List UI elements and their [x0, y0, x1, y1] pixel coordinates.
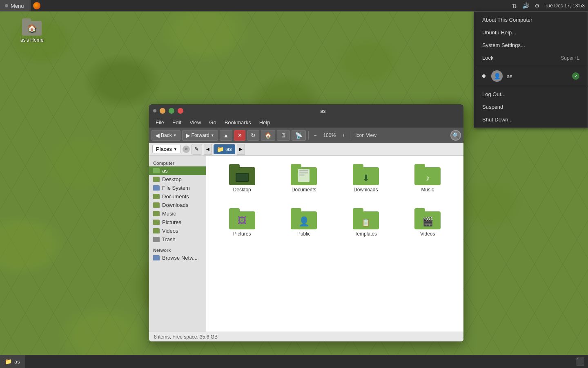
menu-edit[interactable]: Edit [169, 119, 185, 126]
sidebar-folder-icon-videos [153, 228, 160, 233]
menu-bookmarks[interactable]: Bookmarks [221, 119, 254, 126]
home-button[interactable]: 🏠 [261, 130, 275, 141]
menu-indicator [5, 4, 8, 7]
zoom-out-button[interactable]: − [311, 131, 319, 139]
taskbar-files-button[interactable]: 📁 as [0, 355, 25, 368]
computer-icon: 🖥 [281, 132, 286, 139]
fm-sidebar: Computer as Desktop File System Document… [149, 156, 206, 332]
menu-help[interactable]: Help [256, 119, 274, 126]
menu-item-ubuntu-help[interactable]: Ubuntu Help... [474, 26, 588, 39]
file-item-public[interactable]: 👤 Public [275, 206, 334, 247]
file-item-pictures[interactable]: 🖼 Pictures [213, 206, 272, 247]
folder-icon-public: 👤 [291, 208, 317, 229]
datetime[interactable]: Tue Dec 17, 13:53 [545, 3, 585, 9]
screen-icon[interactable]: ⬛ [576, 357, 585, 366]
sidebar-item-videos[interactable]: Videos [149, 227, 206, 235]
places-dropdown[interactable]: Places ▼ [152, 145, 181, 153]
sidebar-item-label-as: as [162, 168, 168, 174]
zoom-level: 100% [321, 132, 338, 138]
window-minimize-button[interactable] [160, 108, 165, 114]
breadcrumb-edit-button[interactable]: ✎ [192, 144, 202, 155]
stop-button[interactable]: ✕ [234, 130, 245, 141]
taskbar-label: as [14, 359, 20, 365]
zoom-in-button[interactable]: + [340, 131, 347, 139]
places-chevron: ▼ [174, 147, 177, 151]
menu-item-lock[interactable]: Lock Super+L [474, 52, 588, 64]
breadcrumb-close-button[interactable]: ✕ [183, 146, 190, 153]
volume-icon[interactable]: 🔊 [522, 2, 530, 10]
breadcrumb-next-button[interactable]: ▶ [237, 144, 245, 155]
sidebar-folder-icon-downloads [153, 202, 160, 208]
username-label: as [507, 73, 512, 79]
sidebar-item-label-videos: Videos [162, 228, 178, 234]
desktop-icon-label: as's Home [20, 37, 43, 43]
breadcrumb-prev-button[interactable]: ◀ [204, 144, 212, 155]
menu-item-about[interactable]: About This Computer [474, 13, 588, 26]
taskbar-right: ⬛ [576, 357, 588, 366]
sidebar-item-documents[interactable]: Documents [149, 192, 206, 201]
sidebar-item-browse-network[interactable]: Browse Netw... [149, 254, 206, 262]
taskbar: 📁 as ⬛ [0, 355, 588, 368]
menu-view[interactable]: View [186, 119, 204, 126]
menu-item-shutdown[interactable]: Shut Down... [474, 113, 588, 126]
back-chevron: ▼ [173, 133, 177, 137]
file-manager-window: as File Edit View Go Bookmarks Help ◀ Ba… [149, 104, 463, 341]
menu-go[interactable]: Go [206, 119, 219, 126]
sidebar-item-label-trash: Trash [162, 236, 176, 242]
sidebar-item-as[interactable]: as [149, 166, 206, 175]
sidebar-item-pictures[interactable]: Pictures [149, 218, 206, 227]
search-button[interactable]: 🔍 [450, 130, 461, 141]
file-item-templates[interactable]: 📋 Templates [336, 206, 395, 247]
back-label: Back [161, 132, 172, 138]
file-item-documents[interactable]: Documents [275, 162, 334, 203]
fm-statusbar: 8 items, Free space: 35.6 GB [149, 332, 463, 341]
menu-item-logout[interactable]: Log Out... [474, 88, 588, 101]
forward-chevron: ▼ [211, 133, 214, 137]
forward-button[interactable]: ▶ Forward ▼ [182, 130, 218, 141]
file-label-desktop: Desktop [233, 187, 251, 193]
search-icon: 🔍 [450, 130, 461, 141]
menu-item-suspend[interactable]: Suspend [474, 101, 588, 113]
up-icon: ▲ [223, 132, 229, 139]
sidebar-item-label-filesystem: File System [162, 185, 190, 191]
up-button[interactable]: ▲ [220, 130, 233, 141]
firefox-icon [33, 2, 40, 9]
file-item-downloads[interactable]: ⬇ Downloads [336, 162, 395, 203]
firefox-btn[interactable] [31, 2, 43, 9]
sidebar-item-downloads[interactable]: Downloads [149, 201, 206, 209]
desktop: Menu ⇅ 🔊 ⚙ Tue Dec 17, 13:53 About This … [0, 0, 588, 368]
window-close-button[interactable] [178, 108, 183, 114]
sidebar-item-filesystem[interactable]: File System [149, 184, 206, 192]
window-title: as [320, 108, 326, 114]
file-item-videos[interactable]: 🎬 Videos [399, 206, 457, 247]
file-label-music: Music [421, 187, 434, 193]
folder-icon-downloads: ⬇ [353, 164, 379, 185]
sort-icon[interactable]: ⇅ [510, 2, 519, 10]
refresh-button[interactable]: ↻ [247, 130, 259, 141]
settings-icon[interactable]: ⚙ [533, 2, 541, 10]
menu-item-system-settings[interactable]: System Settings... [474, 39, 588, 52]
menu-file[interactable]: File [152, 119, 167, 126]
window-maximize-button[interactable] [169, 108, 174, 114]
forward-label: Forward [192, 132, 209, 138]
back-button[interactable]: ◀ Back ▼ [151, 130, 180, 141]
user-item[interactable]: 👤 as ✓ [474, 68, 588, 84]
sidebar-item-desktop[interactable]: Desktop [149, 175, 206, 184]
menu-label: Menu [11, 3, 24, 9]
sidebar-folder-icon-documents [153, 194, 160, 199]
system-menu: About This Computer Ubuntu Help... Syste… [474, 11, 588, 128]
lock-shortcut: Super+L [561, 55, 579, 61]
fm-files-grid: Desktop Documents [206, 156, 463, 332]
menu-button[interactable]: Menu [0, 0, 29, 11]
file-label-public: Public [297, 231, 311, 237]
home-folder-icon[interactable]: 🏠 as's Home [20, 18, 43, 43]
sidebar-folder-icon-desktop [153, 177, 160, 182]
network-button[interactable]: 📡 [292, 130, 306, 141]
file-item-desktop[interactable]: Desktop [213, 162, 272, 203]
computer-button[interactable]: 🖥 [277, 130, 290, 141]
sidebar-item-trash[interactable]: Trash [149, 235, 206, 244]
breadcrumb-path-label: as [226, 146, 232, 152]
sidebar-item-music[interactable]: Music [149, 209, 206, 218]
file-item-music[interactable]: ♪ Music [399, 162, 457, 203]
breadcrumb-path[interactable]: 📁 as [214, 144, 235, 154]
